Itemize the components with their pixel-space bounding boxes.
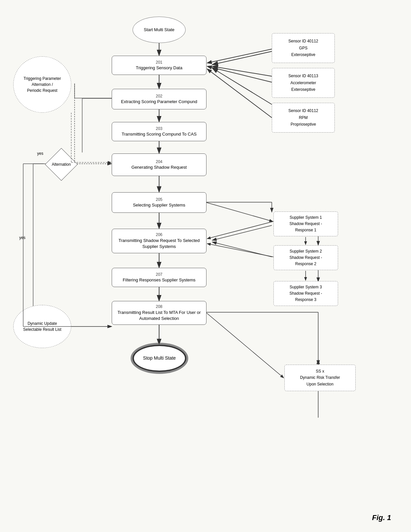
step-201: 201Triggering Sensory Data bbox=[112, 56, 206, 75]
diamond-label: Alternation bbox=[52, 162, 71, 167]
trigger-node: Triggering ParameterAlternation /Periodi… bbox=[13, 56, 71, 113]
step-206: 206Transmitting Shadow Request To Select… bbox=[112, 229, 206, 253]
dynamic-update-label: Dynamic UpdateSelectable Result List bbox=[23, 321, 61, 332]
yes-label-2: yes bbox=[19, 235, 26, 240]
sensor-node-2: Sensor ID 40113AccelerometerExteroseptiv… bbox=[272, 68, 335, 98]
step-208: 208Transmitting Result List To MTA For U… bbox=[112, 301, 206, 325]
step-201-label: 201Triggering Sensory Data bbox=[136, 60, 182, 71]
svg-line-27 bbox=[212, 242, 272, 257]
diamond-container: Alternation bbox=[43, 152, 80, 177]
step-206-label: 206Transmitting Shadow Request To Select… bbox=[116, 232, 202, 250]
fig-label: Fig. 1 bbox=[372, 513, 391, 522]
supplier-2-label: Supplier System 2Shadow Request -Respons… bbox=[289, 248, 322, 267]
step-202: 202Extracting Scoring Parameter Compund bbox=[112, 89, 206, 109]
ssx-node: SS xDynamic Risk TransferUpon Selection bbox=[284, 365, 356, 391]
svg-line-19 bbox=[212, 51, 272, 65]
supplier-node-2: Supplier System 2Shadow Request -Respons… bbox=[273, 245, 338, 270]
step-203: 203Transmitting Scoring Compund To CAS bbox=[112, 122, 206, 141]
start-node: Start Multi State bbox=[133, 17, 186, 43]
step-202-label: 202Extracting Scoring Parameter Compund bbox=[121, 93, 197, 105]
stop-label: Stop Multi State bbox=[143, 355, 176, 362]
step-208-label: 208Transmitting Result List To MTA For U… bbox=[116, 304, 202, 322]
supplier-node-3: Supplier System 3Shadow Request -Respons… bbox=[273, 281, 338, 306]
sensor-node-3: Sensor ID 40112RPMProprioseptive bbox=[272, 103, 335, 133]
step-203-label: 203Transmitting Scoring Compund To CAS bbox=[122, 126, 197, 138]
step-205-label: 205Selecting Supplier Systems bbox=[133, 197, 185, 208]
sensor-1-label: Sensor ID 40112GPSExteroseptive bbox=[288, 38, 318, 58]
sensor-2-label: Sensor ID 40113AccelerometerExteroseptiv… bbox=[288, 73, 318, 93]
stop-node: Stop Multi State bbox=[133, 345, 186, 372]
dynamic-update-node: Dynamic UpdateSelectable Result List bbox=[13, 305, 71, 348]
trigger-label: Triggering ParameterAlternation /Periodi… bbox=[24, 76, 61, 93]
start-label: Start Multi State bbox=[144, 27, 174, 33]
ssx-label: SS xDynamic Risk TransferUpon Selection bbox=[300, 368, 340, 387]
svg-line-21 bbox=[212, 68, 272, 104]
step-207-label: 207Filtering Responses Supplier Systems bbox=[123, 272, 196, 283]
yes-label-1: yes bbox=[37, 151, 43, 156]
supplier-node-1: Supplier System 1Shadow Request -Respons… bbox=[273, 211, 338, 236]
svg-line-20 bbox=[212, 66, 272, 76]
sensor-node-1: Sensor ID 40112GPSExteroseptive bbox=[272, 33, 335, 63]
diagram-container: Start Multi State 201Triggering Sensory … bbox=[0, 0, 411, 532]
step-204: 204Generating Shadow Request bbox=[112, 153, 206, 176]
sensor-3-label: Sensor ID 40112RPMProprioseptive bbox=[288, 107, 318, 128]
svg-line-26 bbox=[212, 225, 272, 240]
supplier-3-label: Supplier System 3Shadow Request -Respons… bbox=[289, 284, 322, 303]
supplier-1-label: Supplier System 1Shadow Request -Respons… bbox=[289, 214, 322, 234]
step-207: 207Filtering Responses Supplier Systems bbox=[112, 268, 206, 287]
step-205: 205Selecting Supplier Systems bbox=[112, 192, 206, 213]
step-204-label: 204Generating Shadow Request bbox=[132, 159, 187, 171]
